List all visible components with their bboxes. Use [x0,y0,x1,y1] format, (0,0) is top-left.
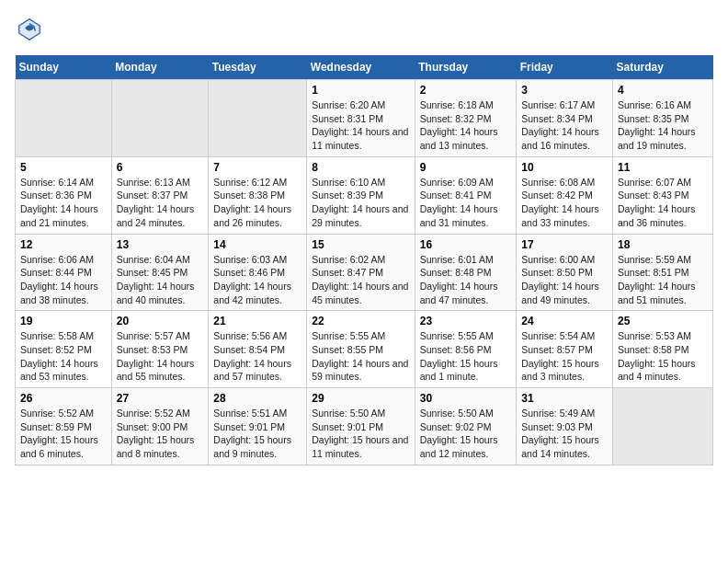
day-number: 12 [20,238,107,251]
sunset-text: Sunset: 8:50 PM [521,266,608,280]
sunset-text: Sunset: 9:00 PM [117,420,204,434]
daylight-text: Daylight: 14 hours and 47 minutes. [420,280,511,306]
sunset-text: Sunset: 8:41 PM [420,189,511,202]
sunset-text: Sunset: 9:03 PM [521,420,608,434]
day-number: 18 [618,238,708,251]
calendar-cell: 31Sunrise: 5:49 AMSunset: 9:03 PMDayligh… [517,388,613,465]
day-number: 23 [420,315,511,327]
sunrise-text: Sunrise: 6:17 AM [521,98,608,112]
daylight-text: Daylight: 15 hours and 14 minutes. [521,433,608,460]
weekday-header: Thursday [415,55,516,80]
daylight-text: Daylight: 14 hours and 26 minutes. [213,202,301,229]
day-number: 10 [521,161,608,174]
day-number: 24 [521,315,608,327]
sunrise-text: Sunrise: 5:57 AM [117,329,204,343]
sunset-text: Sunset: 8:58 PM [618,343,708,357]
daylight-text: Daylight: 14 hours and 40 minutes. [117,280,204,306]
day-number: 4 [618,84,708,97]
sunrise-text: Sunrise: 6:00 AM [521,253,608,267]
logo [15,15,48,44]
sunrise-text: Sunrise: 6:04 AM [117,253,204,267]
calendar-cell: 22Sunrise: 5:55 AMSunset: 8:55 PMDayligh… [307,311,415,388]
sunset-text: Sunset: 8:32 PM [420,112,511,126]
daylight-text: Daylight: 14 hours and 42 minutes. [213,280,301,306]
sunset-text: Sunset: 8:47 PM [312,266,410,280]
daylight-text: Daylight: 14 hours and 59 minutes. [312,357,410,384]
calendar-cell: 16Sunrise: 6:01 AMSunset: 8:48 PMDayligh… [415,234,516,311]
calendar-cell: 2Sunrise: 6:18 AMSunset: 8:32 PMDaylight… [415,80,516,157]
day-number: 5 [20,161,107,174]
day-number: 21 [213,315,301,327]
calendar-cell [111,80,209,157]
calendar-cell: 12Sunrise: 6:06 AMSunset: 8:44 PMDayligh… [16,234,112,311]
sunrise-text: Sunrise: 5:54 AM [521,329,608,343]
calendar-cell: 26Sunrise: 5:52 AMSunset: 8:59 PMDayligh… [16,388,112,465]
sunset-text: Sunset: 8:37 PM [117,189,204,202]
day-info: Sunrise: 6:07 AMSunset: 8:43 PMDaylight:… [618,176,708,230]
day-info: Sunrise: 6:17 AMSunset: 8:34 PMDaylight:… [521,98,608,153]
day-number: 3 [521,84,608,97]
day-info: Sunrise: 6:10 AMSunset: 8:39 PMDaylight:… [312,176,410,230]
day-info: Sunrise: 5:59 AMSunset: 8:51 PMDaylight:… [618,253,708,307]
day-number: 11 [618,161,708,174]
sunrise-text: Sunrise: 5:58 AM [20,329,107,343]
sunset-text: Sunset: 9:01 PM [213,420,301,434]
calendar-cell: 30Sunrise: 5:50 AMSunset: 9:02 PMDayligh… [415,388,516,465]
calendar-week-row: 5Sunrise: 6:14 AMSunset: 8:36 PMDaylight… [16,156,713,234]
calendar-cell: 19Sunrise: 5:58 AMSunset: 8:52 PMDayligh… [16,311,112,388]
sunrise-text: Sunrise: 5:49 AM [521,407,608,420]
day-info: Sunrise: 5:55 AMSunset: 8:56 PMDaylight:… [420,329,511,384]
day-number: 31 [521,392,608,405]
calendar-cell [209,80,307,157]
sunrise-text: Sunrise: 5:52 AM [117,407,204,420]
day-info: Sunrise: 5:50 AMSunset: 9:01 PMDaylight:… [312,407,410,461]
day-info: Sunrise: 6:16 AMSunset: 8:35 PMDaylight:… [618,98,708,153]
sunset-text: Sunset: 8:53 PM [117,343,204,357]
daylight-text: Daylight: 14 hours and 16 minutes. [521,125,608,152]
day-number: 20 [117,315,204,327]
weekday-header: Monday [111,55,209,80]
calendar-cell: 8Sunrise: 6:10 AMSunset: 8:39 PMDaylight… [307,156,415,234]
calendar-week-row: 1Sunrise: 6:20 AMSunset: 8:31 PMDaylight… [16,80,713,157]
calendar-cell [612,388,712,465]
day-number: 27 [117,392,204,405]
day-number: 13 [117,238,204,251]
day-number: 9 [420,161,511,174]
daylight-text: Daylight: 15 hours and 11 minutes. [312,433,410,460]
weekday-header: Wednesday [307,55,415,80]
calendar-cell: 28Sunrise: 5:51 AMSunset: 9:01 PMDayligh… [209,388,307,465]
daylight-text: Daylight: 14 hours and 13 minutes. [420,125,511,152]
weekday-header: Tuesday [209,55,307,80]
calendar-cell: 15Sunrise: 6:02 AMSunset: 8:47 PMDayligh… [307,234,415,311]
daylight-text: Daylight: 15 hours and 12 minutes. [420,433,511,460]
day-number: 28 [213,392,301,405]
day-number: 17 [521,238,608,251]
sunrise-text: Sunrise: 6:10 AM [312,176,410,190]
day-info: Sunrise: 5:51 AMSunset: 9:01 PMDaylight:… [213,407,301,461]
calendar-cell: 11Sunrise: 6:07 AMSunset: 8:43 PMDayligh… [612,156,712,234]
day-info: Sunrise: 6:14 AMSunset: 8:36 PMDaylight:… [20,176,107,230]
sunset-text: Sunset: 8:44 PM [20,266,107,280]
day-number: 29 [312,392,410,405]
calendar-cell: 6Sunrise: 6:13 AMSunset: 8:37 PMDaylight… [111,156,209,234]
sunset-text: Sunset: 8:56 PM [420,343,511,357]
day-info: Sunrise: 6:06 AMSunset: 8:44 PMDaylight:… [20,253,107,307]
weekday-header: Saturday [612,55,712,80]
sunset-text: Sunset: 8:54 PM [213,343,301,357]
day-info: Sunrise: 5:52 AMSunset: 9:00 PMDaylight:… [117,407,204,461]
logo-icon [15,15,44,44]
day-info: Sunrise: 6:09 AMSunset: 8:41 PMDaylight:… [420,176,511,230]
calendar-table: SundayMondayTuesdayWednesdayThursdayFrid… [15,55,713,465]
sunset-text: Sunset: 8:39 PM [312,189,410,202]
sunset-text: Sunset: 9:01 PM [312,420,410,434]
day-info: Sunrise: 5:54 AMSunset: 8:57 PMDaylight:… [521,329,608,384]
sunset-text: Sunset: 8:42 PM [521,189,608,202]
sunrise-text: Sunrise: 6:06 AM [20,253,107,267]
calendar-cell: 25Sunrise: 5:53 AMSunset: 8:58 PMDayligh… [612,311,712,388]
sunrise-text: Sunrise: 5:55 AM [420,329,511,343]
sunrise-text: Sunrise: 6:14 AM [20,176,107,190]
daylight-text: Daylight: 14 hours and 45 minutes. [312,280,410,306]
sunset-text: Sunset: 8:38 PM [213,189,301,202]
daylight-text: Daylight: 15 hours and 6 minutes. [20,433,107,460]
sunrise-text: Sunrise: 5:52 AM [20,407,107,420]
